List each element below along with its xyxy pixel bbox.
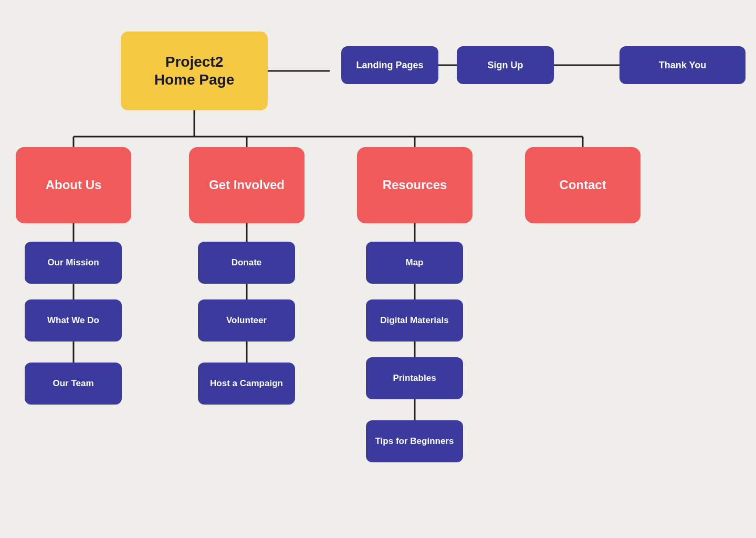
landing-pages-node[interactable]: Landing Pages [341,46,438,84]
map-node[interactable]: Map [366,242,463,284]
get-involved-node[interactable]: Get Involved [189,147,304,223]
signup-label: Sign Up [488,60,523,71]
volunteer-node[interactable]: Volunteer [198,299,295,342]
contact-label: Contact [559,178,606,193]
donate-label: Donate [232,257,262,268]
what-we-do-node[interactable]: What We Do [25,299,122,342]
root-label: Project2 Home Page [154,53,235,88]
host-campaign-node[interactable]: Host a Campaign [198,363,295,405]
contact-node[interactable]: Contact [525,147,640,223]
printables-label: Printables [393,373,436,384]
digitalmats-label: Digital Materials [380,315,448,326]
our-team-node[interactable]: Our Team [25,363,122,405]
thankyou-node[interactable]: Thank You [620,46,746,84]
ourmission-label: Our Mission [47,257,99,268]
volunteer-label: Volunteer [226,315,267,326]
whatwedo-label: What We Do [47,315,99,326]
our-mission-node[interactable]: Our Mission [25,242,122,284]
ourteam-label: Our Team [52,378,93,389]
tipsbeginners-label: Tips for Beginners [375,436,454,447]
printables-node[interactable]: Printables [366,357,463,399]
map-label: Map [406,257,424,268]
signup-node[interactable]: Sign Up [457,46,554,84]
donate-node[interactable]: Donate [198,242,295,284]
root-node[interactable]: Project2 Home Page [121,32,268,110]
hostcampaign-label: Host a Campaign [210,378,283,389]
thankyou-label: Thank You [659,60,706,71]
tips-beginners-node[interactable]: Tips for Beginners [366,420,463,462]
about-us-node[interactable]: About Us [16,147,131,223]
resources-label: Resources [383,178,447,193]
about-label: About Us [46,178,102,193]
digital-materials-node[interactable]: Digital Materials [366,299,463,342]
landing-label: Landing Pages [356,60,423,71]
resources-node[interactable]: Resources [357,147,472,223]
site-map-diagram: Project2 Home Page Landing Pages Sign Up… [0,0,756,538]
getinvolved-label: Get Involved [209,178,285,193]
